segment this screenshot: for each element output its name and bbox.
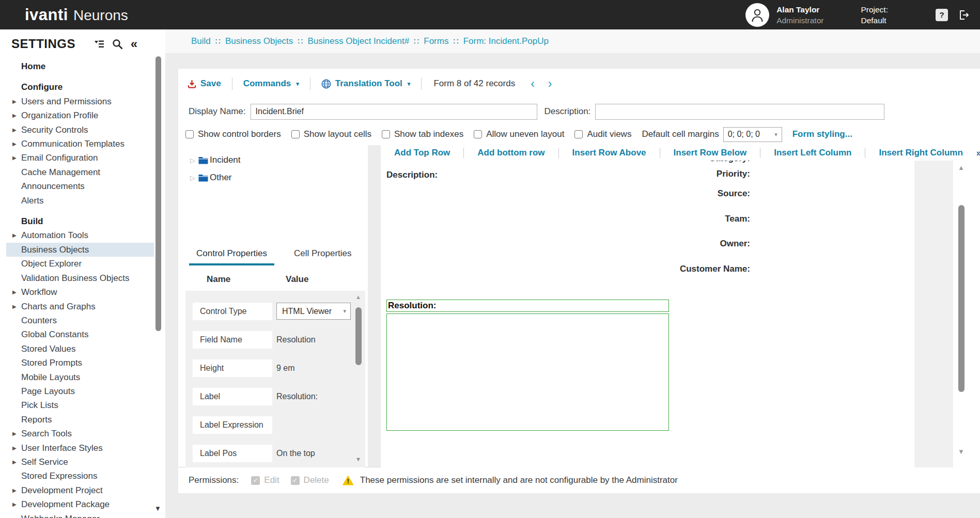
sidebar-item[interactable]: ▶ Page Layouts <box>11 384 154 398</box>
property-name[interactable]: Field Name <box>193 331 272 349</box>
sidebar-item[interactable]: ▶ Stored Expressions <box>11 469 154 483</box>
property-name[interactable]: Label Expression <box>193 416 272 434</box>
logout-icon[interactable] <box>957 9 970 21</box>
tree-expand-icon[interactable]: ▷ <box>190 174 195 182</box>
checkbox-icon[interactable] <box>574 130 583 138</box>
sidebar-item[interactable]: ▶ Cache Management <box>11 165 154 179</box>
property-value[interactable]: Resolution: <box>276 392 318 401</box>
expand-arrow-icon[interactable]: ▶ <box>12 108 17 122</box>
commands-menu-button[interactable]: Commands ▾ <box>243 79 299 89</box>
sidebar-scrollbar[interactable] <box>155 56 161 331</box>
property-value[interactable]: Resolution <box>276 335 316 344</box>
sidebar-item[interactable]: ▶ Development Project <box>11 483 154 497</box>
scroll-down-icon[interactable]: ▼ <box>355 456 361 462</box>
form-styling-link[interactable]: Form styling... <box>792 129 852 139</box>
breadcrumb-link[interactable]: Build <box>191 36 211 46</box>
sidebar-item[interactable]: ▶ Announcements <box>11 179 154 193</box>
tab-cell-properties[interactable]: Cell Properties <box>287 248 359 265</box>
help-icon[interactable]: ? <box>936 9 948 21</box>
tree-node[interactable]: ▷ Incident <box>178 151 364 169</box>
canvas-toolbar-button[interactable]: Insert Right Column <box>865 148 976 158</box>
search-icon[interactable] <box>112 39 123 50</box>
option-checkbox[interactable]: Audit views <box>574 129 631 139</box>
expand-arrow-icon[interactable]: ▶ <box>12 441 17 455</box>
canvas-toolbar-button[interactable]: Add Top Row <box>381 148 463 158</box>
sidebar-item[interactable]: ▶ Validation Business Objects <box>11 271 154 285</box>
description-input[interactable] <box>595 104 884 120</box>
option-checkbox[interactable]: Show control borders <box>185 129 281 139</box>
property-name[interactable]: Label Pos <box>193 445 272 462</box>
breadcrumb-link[interactable]: Business Objects <box>225 36 293 46</box>
sidebar-item[interactable]: ▶ Search Tools <box>11 427 154 441</box>
filter-list-icon[interactable] <box>94 40 104 49</box>
translation-tool-button[interactable]: Translation Tool ▾ <box>321 79 411 89</box>
sidebar-item[interactable]: ▶ Email Configuration <box>11 151 154 165</box>
more-actions-icon[interactable]: » <box>976 148 980 159</box>
canvas-toolbar-button[interactable]: Insert Left Column <box>760 148 865 158</box>
resolution-label-cell[interactable]: Resolution: <box>386 300 669 312</box>
field-label-description[interactable]: Description: <box>386 170 438 180</box>
expand-arrow-icon[interactable]: ▶ <box>12 483 17 497</box>
canvas-toolbar-button[interactable]: Insert Row Above <box>558 148 660 158</box>
checkbox-icon[interactable] <box>382 130 390 138</box>
sidebar-scroll-down-icon[interactable]: ▼ <box>154 505 161 512</box>
sidebar-item[interactable]: ▶ Stored Prompts <box>11 356 154 370</box>
cell-margins-select[interactable]: 0; 0; 0; 0 ▾ <box>723 127 782 142</box>
checkbox-icon[interactable] <box>474 130 482 138</box>
option-checkbox[interactable]: Allow uneven layout <box>474 129 564 139</box>
scroll-down-icon[interactable]: ▼ <box>958 448 965 456</box>
field-label[interactable]: Owner: <box>720 239 750 249</box>
sidebar-item[interactable]: ▶ Build <box>11 214 154 228</box>
option-checkbox[interactable]: Show layout cells <box>291 129 371 139</box>
sidebar-item[interactable]: ▶ Mobile Layouts <box>11 370 154 384</box>
scroll-up-icon[interactable]: ▲ <box>958 164 965 171</box>
sidebar-item[interactable]: ▶ Business Objects <box>6 243 154 257</box>
expand-arrow-icon[interactable]: ▶ <box>12 497 17 511</box>
expand-arrow-icon[interactable]: ▶ <box>12 123 17 137</box>
field-label[interactable]: Category: <box>709 161 750 164</box>
sidebar-item[interactable]: ▶ User Interface Styles <box>11 441 154 455</box>
expand-arrow-icon[interactable]: ▶ <box>12 151 17 165</box>
sidebar-item[interactable]: ▶ Pick Lists <box>11 398 154 412</box>
avatar[interactable] <box>745 3 769 27</box>
breadcrumb-link[interactable]: Business Object Incident# <box>308 36 410 46</box>
sidebar-item[interactable]: ▶ Users and Permissions <box>11 95 154 108</box>
sidebar-item[interactable]: ▶ Counters <box>11 313 154 327</box>
display-name-input[interactable] <box>251 104 537 120</box>
expand-arrow-icon[interactable]: ▶ <box>12 137 17 151</box>
sidebar-item[interactable]: ▶ Home <box>11 59 154 73</box>
field-label[interactable]: Customer Name: <box>680 264 750 274</box>
sidebar-item[interactable]: ▶ Reports <box>11 413 154 427</box>
expand-arrow-icon[interactable]: ▶ <box>12 95 17 108</box>
canvas-toolbar-button[interactable]: Add bottom row <box>463 148 558 158</box>
tree-expand-icon[interactable]: ▷ <box>190 156 195 164</box>
sidebar-item[interactable]: ▶ Stored Values <box>11 342 154 356</box>
sidebar-item[interactable]: ▶ Global Constants <box>11 327 154 341</box>
scroll-up-icon[interactable]: ▲ <box>355 294 361 300</box>
property-value-select[interactable]: HTML Viewer ▾ <box>276 303 351 320</box>
save-button[interactable]: Save <box>188 79 221 89</box>
project-value[interactable]: Default <box>861 15 888 26</box>
resolution-html-viewer-control[interactable] <box>386 313 669 431</box>
tab-control-properties[interactable]: Control Properties <box>189 248 274 265</box>
checkbox-icon[interactable] <box>291 130 300 138</box>
sidebar-item[interactable]: ▶ Organization Profile <box>11 108 154 122</box>
sidebar-item[interactable]: ▶ Webhooks Manager <box>11 512 154 518</box>
tree-node[interactable]: ▷ Other <box>178 169 364 186</box>
property-name[interactable]: Control Type <box>193 303 272 320</box>
sidebar-item[interactable]: ▶ Automation Tools <box>11 228 154 242</box>
next-record-icon[interactable]: › <box>548 79 552 88</box>
sidebar-item[interactable]: ▶ Communication Templates <box>11 137 154 151</box>
expand-arrow-icon[interactable]: ▶ <box>12 228 17 242</box>
sidebar-item[interactable]: ▶ Charts and Graphs <box>11 300 154 313</box>
sidebar-item[interactable]: ▶ Security Controls <box>11 123 154 137</box>
scrollbar-thumb[interactable] <box>355 307 362 365</box>
breadcrumb-link[interactable]: Forms <box>424 36 448 46</box>
canvas-toolbar-button[interactable]: Insert Row Below <box>660 148 760 158</box>
expand-arrow-icon[interactable]: ▶ <box>12 427 17 441</box>
sidebar-item[interactable]: ▶ Self Service <box>11 455 154 469</box>
expand-arrow-icon[interactable]: ▶ <box>12 300 17 313</box>
collapse-sidebar-icon[interactable]: « <box>131 39 137 49</box>
breadcrumb-link[interactable]: Form: Incident.PopUp <box>463 36 549 46</box>
field-label[interactable]: Priority: <box>717 169 750 179</box>
